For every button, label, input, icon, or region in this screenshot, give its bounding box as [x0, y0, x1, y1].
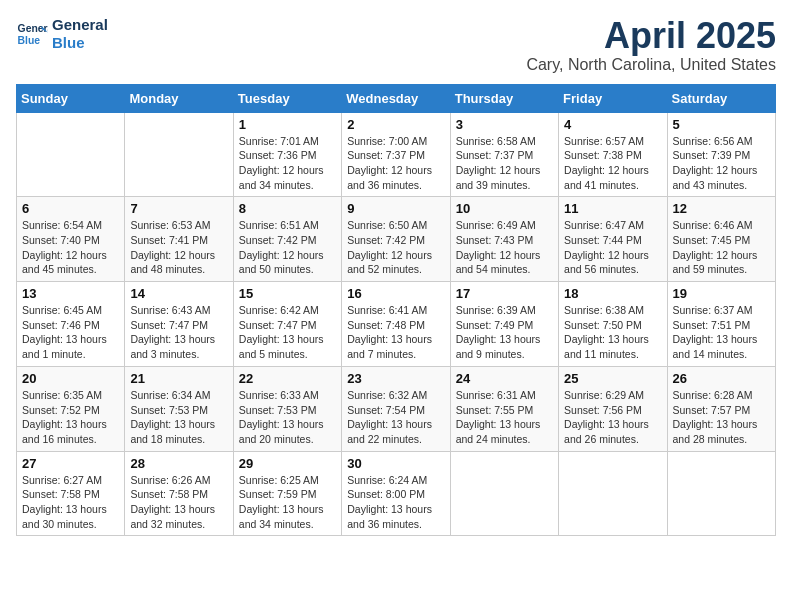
day-number: 19: [673, 286, 770, 301]
svg-text:Blue: Blue: [18, 35, 41, 46]
day-number: 27: [22, 456, 119, 471]
day-number: 16: [347, 286, 444, 301]
calendar-cell: 26Sunrise: 6:28 AM Sunset: 7:57 PM Dayli…: [667, 366, 775, 451]
calendar-cell: 14Sunrise: 6:43 AM Sunset: 7:47 PM Dayli…: [125, 282, 233, 367]
weekday-header-sunday: Sunday: [17, 84, 125, 112]
weekday-header-monday: Monday: [125, 84, 233, 112]
calendar-cell: 13Sunrise: 6:45 AM Sunset: 7:46 PM Dayli…: [17, 282, 125, 367]
calendar-week-1: 1Sunrise: 7:01 AM Sunset: 7:36 PM Daylig…: [17, 112, 776, 197]
calendar-cell: 3Sunrise: 6:58 AM Sunset: 7:37 PM Daylig…: [450, 112, 558, 197]
day-number: 5: [673, 117, 770, 132]
weekday-header-row: SundayMondayTuesdayWednesdayThursdayFrid…: [17, 84, 776, 112]
calendar-cell: 19Sunrise: 6:37 AM Sunset: 7:51 PM Dayli…: [667, 282, 775, 367]
day-detail: Sunrise: 6:29 AM Sunset: 7:56 PM Dayligh…: [564, 388, 661, 447]
calendar-week-4: 20Sunrise: 6:35 AM Sunset: 7:52 PM Dayli…: [17, 366, 776, 451]
day-number: 4: [564, 117, 661, 132]
day-detail: Sunrise: 6:46 AM Sunset: 7:45 PM Dayligh…: [673, 218, 770, 277]
logo-text-blue: Blue: [52, 34, 108, 52]
day-detail: Sunrise: 6:26 AM Sunset: 7:58 PM Dayligh…: [130, 473, 227, 532]
day-number: 24: [456, 371, 553, 386]
page-header: General Blue General Blue April 2025 Car…: [16, 16, 776, 74]
day-detail: Sunrise: 6:27 AM Sunset: 7:58 PM Dayligh…: [22, 473, 119, 532]
title-block: April 2025 Cary, North Carolina, United …: [526, 16, 776, 74]
calendar-cell: 20Sunrise: 6:35 AM Sunset: 7:52 PM Dayli…: [17, 366, 125, 451]
day-detail: Sunrise: 6:58 AM Sunset: 7:37 PM Dayligh…: [456, 134, 553, 193]
day-detail: Sunrise: 6:31 AM Sunset: 7:55 PM Dayligh…: [456, 388, 553, 447]
calendar-cell: 16Sunrise: 6:41 AM Sunset: 7:48 PM Dayli…: [342, 282, 450, 367]
day-number: 7: [130, 201, 227, 216]
day-number: 13: [22, 286, 119, 301]
calendar-cell: 25Sunrise: 6:29 AM Sunset: 7:56 PM Dayli…: [559, 366, 667, 451]
day-number: 8: [239, 201, 336, 216]
day-number: 29: [239, 456, 336, 471]
calendar-cell: 23Sunrise: 6:32 AM Sunset: 7:54 PM Dayli…: [342, 366, 450, 451]
weekday-header-wednesday: Wednesday: [342, 84, 450, 112]
day-detail: Sunrise: 7:00 AM Sunset: 7:37 PM Dayligh…: [347, 134, 444, 193]
day-number: 2: [347, 117, 444, 132]
calendar-table: SundayMondayTuesdayWednesdayThursdayFrid…: [16, 84, 776, 537]
calendar-cell: 15Sunrise: 6:42 AM Sunset: 7:47 PM Dayli…: [233, 282, 341, 367]
day-number: 21: [130, 371, 227, 386]
day-number: 15: [239, 286, 336, 301]
logo-icon: General Blue: [16, 18, 48, 50]
calendar-cell: [17, 112, 125, 197]
calendar-cell: [559, 451, 667, 536]
calendar-cell: 1Sunrise: 7:01 AM Sunset: 7:36 PM Daylig…: [233, 112, 341, 197]
day-number: 18: [564, 286, 661, 301]
calendar-cell: 22Sunrise: 6:33 AM Sunset: 7:53 PM Dayli…: [233, 366, 341, 451]
calendar-cell: 5Sunrise: 6:56 AM Sunset: 7:39 PM Daylig…: [667, 112, 775, 197]
calendar-cell: 28Sunrise: 6:26 AM Sunset: 7:58 PM Dayli…: [125, 451, 233, 536]
day-number: 26: [673, 371, 770, 386]
day-detail: Sunrise: 6:38 AM Sunset: 7:50 PM Dayligh…: [564, 303, 661, 362]
day-number: 10: [456, 201, 553, 216]
day-number: 25: [564, 371, 661, 386]
day-number: 1: [239, 117, 336, 132]
calendar-cell: 6Sunrise: 6:54 AM Sunset: 7:40 PM Daylig…: [17, 197, 125, 282]
day-number: 9: [347, 201, 444, 216]
calendar-cell: 30Sunrise: 6:24 AM Sunset: 8:00 PM Dayli…: [342, 451, 450, 536]
day-detail: Sunrise: 7:01 AM Sunset: 7:36 PM Dayligh…: [239, 134, 336, 193]
day-number: 3: [456, 117, 553, 132]
weekday-header-tuesday: Tuesday: [233, 84, 341, 112]
day-detail: Sunrise: 6:42 AM Sunset: 7:47 PM Dayligh…: [239, 303, 336, 362]
calendar-cell: 8Sunrise: 6:51 AM Sunset: 7:42 PM Daylig…: [233, 197, 341, 282]
day-detail: Sunrise: 6:43 AM Sunset: 7:47 PM Dayligh…: [130, 303, 227, 362]
day-detail: Sunrise: 6:51 AM Sunset: 7:42 PM Dayligh…: [239, 218, 336, 277]
day-detail: Sunrise: 6:25 AM Sunset: 7:59 PM Dayligh…: [239, 473, 336, 532]
calendar-week-2: 6Sunrise: 6:54 AM Sunset: 7:40 PM Daylig…: [17, 197, 776, 282]
logo-text-general: General: [52, 16, 108, 34]
day-number: 6: [22, 201, 119, 216]
day-detail: Sunrise: 6:35 AM Sunset: 7:52 PM Dayligh…: [22, 388, 119, 447]
day-detail: Sunrise: 6:24 AM Sunset: 8:00 PM Dayligh…: [347, 473, 444, 532]
day-detail: Sunrise: 6:49 AM Sunset: 7:43 PM Dayligh…: [456, 218, 553, 277]
day-number: 22: [239, 371, 336, 386]
day-detail: Sunrise: 6:53 AM Sunset: 7:41 PM Dayligh…: [130, 218, 227, 277]
day-detail: Sunrise: 6:45 AM Sunset: 7:46 PM Dayligh…: [22, 303, 119, 362]
calendar-cell: [125, 112, 233, 197]
calendar-cell: 2Sunrise: 7:00 AM Sunset: 7:37 PM Daylig…: [342, 112, 450, 197]
calendar-cell: [450, 451, 558, 536]
calendar-week-3: 13Sunrise: 6:45 AM Sunset: 7:46 PM Dayli…: [17, 282, 776, 367]
day-number: 17: [456, 286, 553, 301]
calendar-title: April 2025: [526, 16, 776, 56]
day-number: 11: [564, 201, 661, 216]
calendar-cell: [667, 451, 775, 536]
calendar-subtitle: Cary, North Carolina, United States: [526, 56, 776, 74]
weekday-header-thursday: Thursday: [450, 84, 558, 112]
day-detail: Sunrise: 6:57 AM Sunset: 7:38 PM Dayligh…: [564, 134, 661, 193]
day-detail: Sunrise: 6:28 AM Sunset: 7:57 PM Dayligh…: [673, 388, 770, 447]
calendar-week-5: 27Sunrise: 6:27 AM Sunset: 7:58 PM Dayli…: [17, 451, 776, 536]
day-detail: Sunrise: 6:34 AM Sunset: 7:53 PM Dayligh…: [130, 388, 227, 447]
calendar-cell: 4Sunrise: 6:57 AM Sunset: 7:38 PM Daylig…: [559, 112, 667, 197]
calendar-cell: 27Sunrise: 6:27 AM Sunset: 7:58 PM Dayli…: [17, 451, 125, 536]
calendar-cell: 24Sunrise: 6:31 AM Sunset: 7:55 PM Dayli…: [450, 366, 558, 451]
day-detail: Sunrise: 6:32 AM Sunset: 7:54 PM Dayligh…: [347, 388, 444, 447]
calendar-cell: 29Sunrise: 6:25 AM Sunset: 7:59 PM Dayli…: [233, 451, 341, 536]
day-number: 14: [130, 286, 227, 301]
day-number: 30: [347, 456, 444, 471]
day-detail: Sunrise: 6:54 AM Sunset: 7:40 PM Dayligh…: [22, 218, 119, 277]
day-number: 28: [130, 456, 227, 471]
calendar-cell: 17Sunrise: 6:39 AM Sunset: 7:49 PM Dayli…: [450, 282, 558, 367]
calendar-cell: 9Sunrise: 6:50 AM Sunset: 7:42 PM Daylig…: [342, 197, 450, 282]
day-detail: Sunrise: 6:50 AM Sunset: 7:42 PM Dayligh…: [347, 218, 444, 277]
